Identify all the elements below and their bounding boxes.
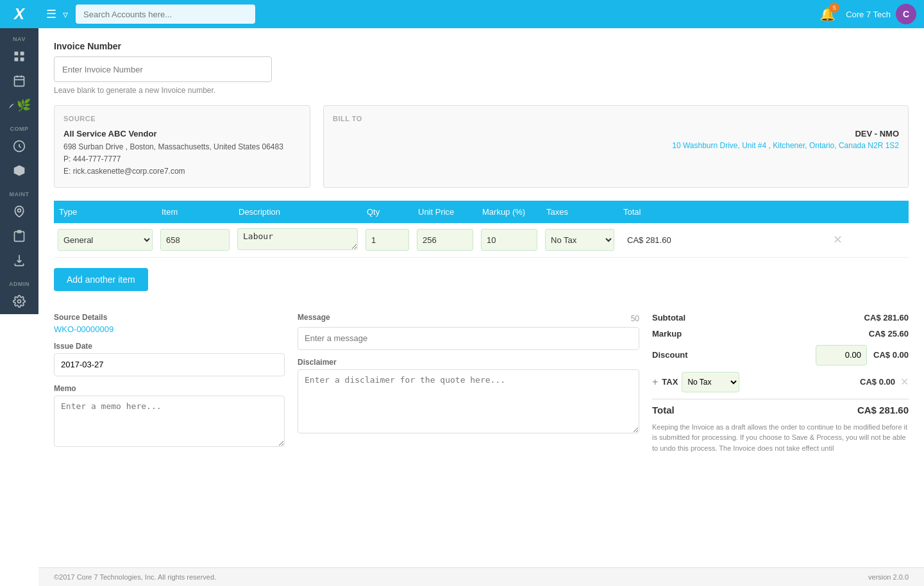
col-qty: Qty	[362, 201, 413, 223]
qty-input[interactable]	[365, 229, 409, 251]
invoice-number-input[interactable]	[54, 56, 272, 82]
markup-input[interactable]	[481, 229, 537, 251]
memo-label: Memo	[54, 384, 285, 393]
items-table: Type Item Description Qty Unit Price Mar…	[54, 201, 909, 258]
total-final-row: Total CA$ 281.60	[652, 405, 909, 415]
cell-unit-price	[413, 223, 477, 258]
col-action	[827, 201, 909, 223]
sidebar-item-comp1[interactable]	[8, 135, 31, 158]
tax-left: + TAX No Tax	[652, 372, 739, 392]
source-section-label: SOURCE	[63, 115, 301, 122]
footer-version: version 2.0.0	[868, 573, 909, 581]
source-details-col: Source Details WKO-00000009 Issue Date M…	[54, 313, 285, 454]
vendor-name: All Service ABC Vendor	[63, 129, 301, 138]
footer-copyright: ©2017 Core 7 Technologies, Inc. All righ…	[54, 573, 216, 581]
unit-price-input[interactable]	[417, 229, 473, 251]
disclaimer-label: Disclaimer	[298, 358, 639, 367]
discount-row: Discount CA$ 0.00	[652, 345, 909, 365]
cell-qty	[362, 223, 413, 258]
sidebar-item-comp2[interactable]	[8, 159, 31, 182]
sidebar-item-location[interactable]	[8, 200, 31, 223]
add-tax-icon[interactable]: +	[652, 376, 658, 388]
disclaimer-textarea[interactable]	[298, 369, 639, 433]
table-header-row: Type Item Description Qty Unit Price Mar…	[54, 201, 909, 223]
discount-input[interactable]	[816, 345, 867, 365]
issue-date-label: Issue Date	[54, 342, 285, 351]
topbar: ☰ ▿ 🔔 5 Core 7 Tech C	[38, 0, 924, 28]
table-row: General Labour	[54, 223, 909, 258]
item-total: CA$ 281.60	[622, 235, 671, 245]
remove-row-button[interactable]: ✕	[830, 233, 845, 247]
message-input[interactable]	[298, 327, 639, 350]
invoice-number-section: Invoice Number Leave blank to generate a…	[54, 41, 909, 95]
sidebar-item-clipboard[interactable]	[8, 224, 31, 247]
invoice-number-hint: Leave blank to generate a new Invoice nu…	[54, 86, 909, 95]
search-input[interactable]	[76, 4, 255, 24]
svg-rect-2	[15, 58, 19, 62]
subtotal-label: Subtotal	[652, 313, 685, 322]
subtotal-value: CA$ 281.60	[864, 313, 909, 322]
cell-item	[156, 223, 233, 258]
comp-section-label: COMP	[10, 126, 29, 132]
svg-rect-1	[21, 52, 24, 56]
tax-value: CA$ 0.00	[860, 377, 895, 387]
sidebar: NAV 🌿 COMP MAINT	[0, 28, 38, 314]
message-char-count: 50	[631, 314, 639, 323]
tax-select[interactable]: No Tax	[682, 372, 739, 392]
logo-icon: X	[14, 5, 24, 23]
message-header: Message 50	[298, 313, 639, 324]
left-panel: X NAV 🌿 COMP MAINT	[0, 0, 38, 586]
issue-date-input[interactable]	[54, 353, 285, 376]
bill-to-dev-name: DEV - NMO	[333, 129, 899, 138]
svg-point-11	[18, 300, 21, 303]
markup-row: Markup CA$ 25.60	[652, 329, 909, 339]
cell-markup	[477, 223, 541, 258]
tax-row: + TAX No Tax CA$ 0.00 ✕	[652, 372, 909, 392]
item-input[interactable]	[160, 229, 230, 251]
user-menu[interactable]: Core 7 Tech C	[846, 4, 916, 24]
col-markup: Markup (%)	[477, 201, 541, 223]
notification-bell[interactable]: 🔔 5	[819, 6, 836, 22]
sidebar-item-leaf[interactable]: 🌿	[8, 94, 31, 117]
sidebar-item-nav1[interactable]	[8, 45, 31, 68]
source-billto-row: SOURCE All Service ABC Vendor 698 Surban…	[54, 105, 909, 188]
taxes-select[interactable]: No Tax	[545, 229, 614, 251]
avatar: C	[896, 4, 916, 24]
memo-textarea[interactable]	[54, 396, 285, 447]
sidebar-item-settings[interactable]	[8, 290, 31, 313]
markup-value: CA$ 25.60	[869, 329, 909, 339]
content: Invoice Number Leave blank to generate a…	[38, 28, 924, 567]
discount-total: CA$ 0.00	[873, 350, 909, 360]
total-value: CA$ 281.60	[857, 405, 909, 415]
add-item-button[interactable]: Add another item	[54, 268, 148, 291]
total-label: Total	[652, 405, 675, 415]
user-name: Core 7 Tech	[846, 10, 891, 19]
vendor-phone: P: 444-777-7777	[63, 153, 301, 165]
type-select[interactable]: General	[58, 229, 153, 251]
totals-col: Subtotal CA$ 281.60 Markup CA$ 25.60 Dis…	[652, 313, 909, 454]
cell-description: Labour	[233, 223, 362, 258]
footer: ©2017 Core 7 Technologies, Inc. All righ…	[38, 567, 924, 586]
description-textarea[interactable]: Labour	[237, 228, 358, 250]
svg-rect-4	[15, 76, 24, 86]
sidebar-item-calendar[interactable]	[8, 69, 31, 92]
cell-type: General	[54, 223, 156, 258]
admin-section-label: ADMIN	[9, 281, 29, 287]
maint-section-label: MAINT	[10, 191, 29, 197]
vendor-address: 698 Surban Drive , Boston, Massachusetts…	[63, 141, 301, 153]
col-type: Type	[54, 201, 156, 223]
remove-tax-button[interactable]: ✕	[900, 376, 909, 388]
source-link[interactable]: WKO-00000009	[54, 324, 285, 334]
sidebar-item-download[interactable]	[8, 249, 31, 272]
col-description: Description	[233, 201, 362, 223]
nav-section-label: NAV	[13, 36, 26, 42]
vendor-email: E: rick.caskenette@corp.core7.com	[63, 165, 301, 178]
source-box: SOURCE All Service ABC Vendor 698 Surban…	[54, 105, 310, 188]
bottom-section: Source Details WKO-00000009 Issue Date M…	[54, 313, 909, 454]
bill-to-address: 10 Washburn Drive, Unit #4 , Kitchener, …	[333, 141, 899, 150]
col-total: Total	[618, 201, 827, 223]
hamburger-icon[interactable]: ☰	[46, 7, 56, 21]
logo: X	[0, 0, 38, 28]
filter-icon[interactable]: ▿	[63, 8, 68, 21]
cell-remove: ✕	[827, 223, 909, 258]
